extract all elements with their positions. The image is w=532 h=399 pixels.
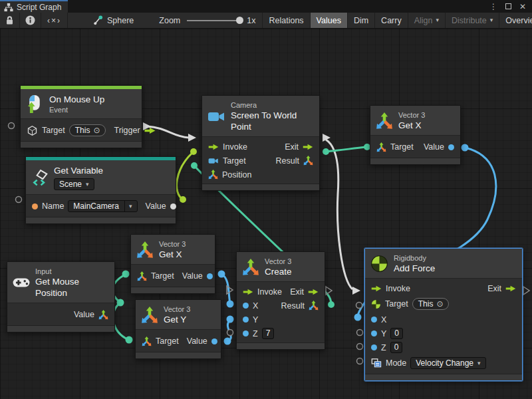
graph-toolbar: ‹×› Sphere Zoom 1x Relations Values Dim … [0, 13, 532, 29]
node-subtitle: Event [49, 105, 104, 114]
port-label: Position [222, 170, 251, 180]
port-label: Mode [386, 358, 406, 368]
port-label: Exit [487, 284, 501, 293]
zoom-slider-handle[interactable] [236, 17, 243, 24]
close-icon[interactable]: ✕ [517, 1, 528, 12]
float-port-dot[interactable] [371, 317, 377, 323]
toolbar-button-dim[interactable]: Dim [348, 13, 375, 28]
node-get-y-mouse[interactable]: Vector 3 Get Y Target Value [135, 299, 221, 359]
node-category: Vector 3 [159, 239, 186, 249]
node-category: Input [35, 267, 108, 276]
node-body: Target Value [370, 136, 460, 158]
flow-arrow-icon [371, 285, 382, 292]
string-port-dot[interactable] [32, 203, 38, 209]
node-on-mouse-up[interactable]: On Mouse Up Event Target This ⊙ Trigger [20, 85, 142, 148]
toolbar-button-distribute[interactable]: Distribute▾ [446, 13, 499, 28]
node-title: Get Variable [54, 165, 103, 176]
menu-dots-icon[interactable]: ⋮ [488, 1, 499, 12]
toolbar-button-align[interactable]: Align▾ [408, 13, 446, 28]
zoom-control: Zoom 1x [152, 13, 262, 28]
port-row-z: Z 7 [237, 327, 325, 340]
toolbar-button-carry[interactable]: Carry [375, 13, 408, 28]
z-value-field[interactable]: 7 [262, 328, 275, 339]
float-port-dot[interactable] [211, 338, 217, 344]
port-label: Target [151, 271, 174, 281]
lock-button[interactable] [0, 13, 20, 28]
zoom-slider[interactable] [187, 20, 240, 21]
port-label: Invoke [386, 284, 410, 293]
float-port-dot[interactable] [207, 273, 213, 279]
port-label: Y [253, 315, 258, 325]
toolbar-button-relations[interactable]: Relations [262, 13, 310, 28]
this-target-pill[interactable]: This ⊙ [412, 298, 450, 310]
vector3-icon [376, 142, 386, 152]
caret-down-icon: ▾ [477, 360, 481, 366]
float-port-dot[interactable] [371, 331, 377, 336]
node-title: Create [265, 266, 292, 277]
caret-down-icon: ▾ [86, 182, 89, 188]
toolbar-button-overview[interactable]: Overview [499, 13, 532, 28]
port-row-y: Y [237, 313, 325, 327]
variable-name-dropdown[interactable]: MainCamera ▾ [68, 200, 137, 212]
float-port-dot[interactable] [243, 317, 249, 323]
float-port-dot[interactable] [371, 344, 377, 350]
camera-icon [208, 157, 219, 165]
flow-arrow-icon [144, 127, 156, 134]
node-category: Vector 3 [398, 110, 425, 120]
tab-script-graph[interactable]: Script Graph [0, 0, 68, 13]
button-label: Dim [354, 16, 368, 25]
float-port-dot[interactable] [448, 144, 454, 150]
float-port-dot[interactable] [243, 303, 249, 309]
node-title: Get X [159, 249, 186, 260]
port-label: Target [156, 336, 179, 346]
toolbar-button-values[interactable]: Values [311, 13, 348, 28]
y-value-field[interactable]: 0 [390, 328, 403, 339]
float-port-dot[interactable] [243, 331, 249, 336]
variable-icon [31, 169, 49, 186]
port-label: Exit [290, 287, 304, 297]
mouse-up-icon [26, 94, 44, 114]
info-button[interactable] [20, 13, 41, 28]
node-category: Vector 3 [265, 257, 292, 266]
node-body: Target Value [136, 330, 221, 352]
mode-dropdown[interactable]: Velocity Change ▾ [410, 357, 485, 369]
gamepad-icon [13, 277, 30, 288]
object-port-dot[interactable] [170, 203, 176, 209]
node-get-mouse-position[interactable]: Input Get Mouse Position Value [7, 261, 115, 332]
brackets-button[interactable]: ‹×› [41, 13, 68, 28]
cube-icon [27, 125, 38, 136]
port-row-target-value: Target Value [370, 138, 460, 156]
port-label: Invoke [257, 287, 282, 297]
window-controls: ⋮ ✕ [488, 0, 532, 13]
node-body: Value [7, 303, 114, 325]
port-label: Invoke [223, 142, 247, 152]
node-vector3-create[interactable]: Vector 3 Create Invoke Exit X Result [236, 251, 325, 350]
node-screen-to-world-point[interactable]: Camera Screen To World Point Invoke Exit… [201, 95, 320, 191]
port-label: Y [381, 329, 386, 338]
graph-breadcrumb[interactable]: Sphere [86, 13, 140, 28]
node-get-x-result[interactable]: Vector 3 Get X Target Value [370, 105, 461, 165]
vector3-icon [376, 112, 393, 130]
node-footer [26, 217, 176, 223]
z-value-field[interactable]: 0 [390, 342, 403, 353]
vector3-icon [142, 336, 152, 346]
port-row-target-value: Target Value [131, 267, 215, 285]
vector3-icon [137, 271, 147, 281]
scope-target-icon: ⊙ [93, 126, 100, 135]
port-label: Target [390, 142, 414, 152]
button-label: Values [317, 16, 341, 25]
node-header: Rigidbody Add Force [365, 249, 522, 279]
variable-scope-dropdown[interactable]: Scene▾ [54, 178, 94, 190]
node-get-variable[interactable]: Get Variable Scene▾ Name MainCamera ▾ Va… [25, 156, 176, 224]
node-get-x-mouse[interactable]: Vector 3 Get X Target Value [130, 234, 215, 294]
flow-arrow-icon [505, 285, 516, 292]
caret-down-icon: ▾ [129, 203, 132, 209]
port-row-invoke: Invoke Exit [237, 285, 325, 299]
vector3-icon [309, 301, 319, 311]
maximize-icon[interactable] [503, 1, 513, 12]
port-label: Value [182, 271, 203, 281]
this-target-pill[interactable]: This ⊙ [69, 124, 106, 136]
node-add-force[interactable]: Rigidbody Add Force Invoke Exit Target T… [364, 248, 523, 381]
vector3-icon [242, 259, 259, 276]
vector3-icon [98, 310, 108, 320]
